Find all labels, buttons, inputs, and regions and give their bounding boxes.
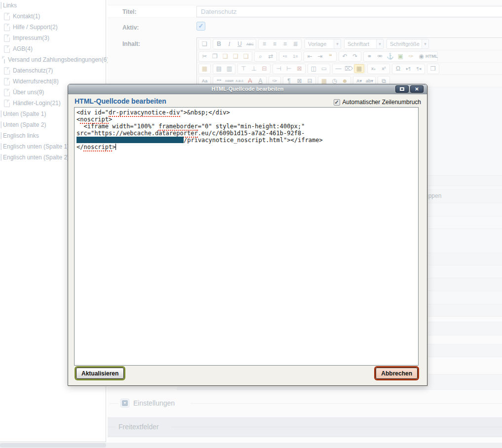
maximize-icon (400, 87, 404, 91)
cancel-button[interactable]: Abbrechen (376, 368, 418, 379)
code-line: src="https://webcache.datareporter.eu/c/… (77, 130, 416, 137)
code-text: dr-privacynotice-div (109, 109, 180, 117)
close-icon: ✕ (415, 87, 419, 92)
code-text: .eu/c/609b1d15-a7a2-461b-92f8- (198, 130, 305, 137)
code-text: noscript (83, 144, 112, 151)
code-text: <div id=" (77, 109, 109, 116)
redaction-block (77, 137, 184, 143)
update-button[interactable]: Aktualisieren (76, 368, 124, 379)
code-text: src=" (77, 130, 94, 137)
code-line: /privacynotice_noscript.html"></iframe> (77, 137, 416, 144)
dialog-window-title: HTML-Quellcode bearbeiten (68, 84, 427, 94)
word-wrap-label: Automatischer Zeilenumbruch (343, 99, 421, 106)
screen: Links Kontakt(1)Hilfe / Support(2)Impres… (0, 0, 502, 448)
code-text: > (109, 116, 112, 123)
dialog-titlebar[interactable]: HTML-Quellcode bearbeiten ✕ (68, 84, 427, 94)
word-wrap-option: ✓ Automatischer Zeilenumbruch (334, 99, 421, 106)
code-text: ="0" style="min-height:400px;" (198, 123, 305, 130)
code-textarea[interactable]: <div id="dr-privacynotice-div">&nbsp;</d… (74, 107, 419, 366)
text-caret (116, 144, 116, 150)
code-text: <iframe width="100%" (77, 123, 158, 130)
maximize-button[interactable] (395, 85, 409, 93)
code-text: > (112, 144, 116, 150)
code-text: ">&nbsp;</div> (180, 109, 230, 116)
dialog-heading: HTML-Quellcode bearbeiten (75, 97, 166, 105)
code-line: <iframe width="100%" frameborder="0" sty… (77, 123, 416, 130)
word-wrap-checkbox[interactable]: ✓ (334, 99, 340, 106)
html-source-dialog: HTML-Quellcode bearbeiten ✕ HTML-Quellco… (68, 84, 427, 386)
code-line: </noscript> (77, 144, 416, 150)
code-text: /privacynotice_noscript.html"></iframe> (184, 137, 323, 144)
code-line: <div id="dr-privacynotice-div">&nbsp;</d… (77, 109, 416, 116)
code-line: <noscript> (77, 116, 416, 123)
code-text: </ (77, 144, 83, 150)
close-button[interactable]: ✕ (410, 85, 424, 93)
